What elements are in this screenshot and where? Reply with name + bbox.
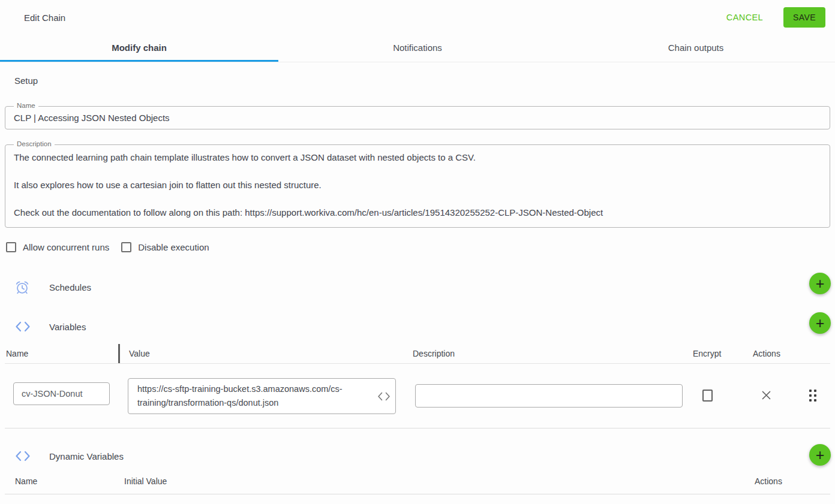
dynamic-variables-header-actions: Actions xyxy=(755,476,830,486)
variables-header-description: Description xyxy=(413,349,693,358)
variable-name-input[interactable]: cv-JSON-Donut xyxy=(13,382,110,405)
delete-variable-button[interactable] xyxy=(761,390,772,401)
dynamic-variables-section-title: Dynamic Variables xyxy=(49,451,124,461)
section-divider xyxy=(5,428,830,428)
save-button[interactable]: SAVE xyxy=(783,7,825,28)
modify-chain-panel: Setup Name CLP | Accessing JSON Nested O… xyxy=(0,76,835,494)
schedules-section: Schedules + xyxy=(5,275,830,299)
header-bar: Edit Chain CANCEL SAVE xyxy=(0,0,835,35)
add-variable-button[interactable]: + xyxy=(809,312,831,334)
run-options: Allow concurrent runs Disable execution xyxy=(6,242,830,252)
cancel-button[interactable]: CANCEL xyxy=(723,12,767,23)
name-field[interactable]: Name CLP | Accessing JSON Nested Objects xyxy=(5,106,830,129)
bottom-divider xyxy=(5,494,830,494)
plus-icon: + xyxy=(816,276,825,291)
disable-execution-option[interactable]: Disable execution xyxy=(121,242,209,252)
allow-concurrent-runs-checkbox[interactable] xyxy=(6,242,16,252)
plus-icon: + xyxy=(816,448,825,463)
tab-modify-chain[interactable]: Modify chain xyxy=(0,35,278,62)
code-editor-icon[interactable] xyxy=(377,392,391,401)
page-title: Edit Chain xyxy=(24,13,65,23)
header-actions: CANCEL SAVE xyxy=(723,7,825,28)
alarm-clock-icon xyxy=(15,280,31,295)
name-field-value[interactable]: CLP | Accessing JSON Nested Objects xyxy=(5,107,830,129)
variables-table-header: Name Value Description Encrypt Actions xyxy=(5,344,830,364)
add-schedule-button[interactable]: + xyxy=(809,273,831,294)
dynamic-variables-header-initial-value: Initial Value xyxy=(124,476,755,486)
description-field-value[interactable]: The connected learning path chain templa… xyxy=(5,145,830,227)
description-field-label: Description xyxy=(14,140,55,147)
description-field[interactable]: Description The connected learning path … xyxy=(5,144,830,228)
tab-chain-outputs[interactable]: Chain outputs xyxy=(557,35,835,62)
variable-value-input[interactable]: https://cs-sftp-training-bucket.s3.amazo… xyxy=(128,378,396,414)
dynamic-variables-section: Dynamic Variables + xyxy=(5,444,830,468)
name-field-label: Name xyxy=(14,102,38,109)
variables-section-title: Variables xyxy=(49,322,86,332)
dynamic-variables-header-name: Name xyxy=(15,476,124,486)
code-icon xyxy=(15,451,31,461)
variable-row: cv-JSON-Donut https://cs-sftp-training-b… xyxy=(5,378,830,414)
dynamic-variables-table-header: Name Initial Value Actions xyxy=(5,476,830,486)
add-dynamic-variable-button[interactable]: + xyxy=(809,444,831,466)
tab-bar: Modify chain Notifications Chain outputs xyxy=(0,35,835,62)
variables-header-name: Name xyxy=(6,349,118,358)
variables-section: Variables + xyxy=(5,315,830,339)
schedules-section-title: Schedules xyxy=(49,282,91,292)
disable-execution-checkbox[interactable] xyxy=(121,242,131,252)
variables-header-actions: Actions xyxy=(753,349,830,358)
variable-description-input[interactable] xyxy=(415,384,683,408)
allow-concurrent-runs-label: Allow concurrent runs xyxy=(23,242,109,252)
variables-header-encrypt: Encrypt xyxy=(693,349,753,358)
x-icon xyxy=(761,390,772,401)
disable-execution-label: Disable execution xyxy=(138,242,209,252)
drag-handle-icon[interactable] xyxy=(809,390,816,402)
tab-notifications[interactable]: Notifications xyxy=(278,35,557,62)
variable-value-text[interactable]: https://cs-sftp-training-bucket.s3.amazo… xyxy=(137,382,374,410)
variables-header-value: Value xyxy=(118,344,413,363)
encrypt-checkbox[interactable] xyxy=(702,390,713,402)
code-icon xyxy=(15,321,31,332)
plus-icon: + xyxy=(816,316,825,331)
allow-concurrent-runs-option[interactable]: Allow concurrent runs xyxy=(6,242,109,252)
setup-section-title: Setup xyxy=(14,76,830,86)
